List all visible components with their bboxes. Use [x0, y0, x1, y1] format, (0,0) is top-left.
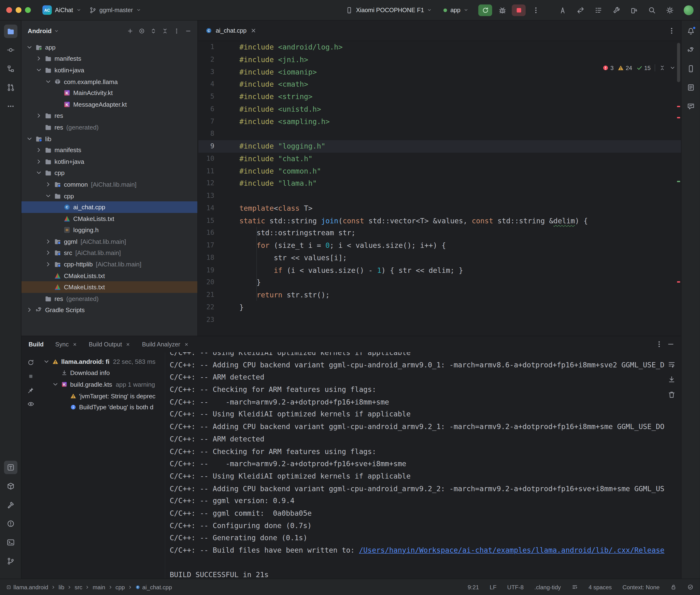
project-tree-item[interactable]: res	[22, 110, 197, 121]
project-tree-item[interactable]: manifests	[22, 144, 197, 156]
stop-button[interactable]	[512, 4, 526, 16]
status-lock[interactable]	[670, 584, 676, 590]
project-tree-item[interactable]: CMakeLists.txt	[22, 281, 197, 293]
line-number[interactable]: 22	[198, 301, 238, 314]
device-stream-button[interactable]	[627, 3, 641, 17]
debug-button[interactable]	[496, 3, 509, 17]
search-button[interactable]	[645, 3, 659, 17]
chevron-right-icon[interactable]	[26, 306, 34, 314]
code-line[interactable]: for (size_t i = 0; i < values.size(); i+…	[240, 239, 675, 252]
typos-indicator[interactable]: 15	[636, 64, 651, 71]
chevron-right-icon[interactable]	[35, 112, 43, 119]
kebab-button[interactable]	[171, 25, 182, 37]
warnings-indicator[interactable]: 24	[618, 64, 632, 71]
chevron-right-icon[interactable]	[35, 146, 43, 153]
code-review-button[interactable]	[574, 3, 587, 17]
minus-button[interactable]	[182, 25, 194, 37]
project-selector[interactable]: AC AiChat	[43, 5, 81, 15]
build-tab-build[interactable]: Build	[29, 341, 44, 348]
code-line[interactable]: #include <cmath>	[240, 78, 675, 91]
build-tab-sync[interactable]: Sync	[55, 341, 77, 348]
fullscreen-window-button[interactable]	[25, 7, 31, 13]
code-line[interactable]: #include <jni.h>	[240, 54, 675, 66]
line-number[interactable]: 14	[198, 202, 238, 215]
chevron-down-icon[interactable]	[26, 135, 34, 142]
code-line[interactable]: #include "chat.h"	[240, 152, 675, 165]
run-button[interactable]	[478, 4, 492, 16]
editor-tab[interactable]: C ai_chat.cpp	[198, 21, 263, 40]
chevron-right-icon[interactable]	[35, 55, 43, 62]
breadcrumb-item[interactable]: Cai_chat.cpp	[135, 584, 172, 591]
code-line[interactable]: std::ostringstream str;	[240, 227, 675, 239]
notifications-button[interactable]	[684, 25, 697, 38]
code-line[interactable]	[240, 314, 675, 326]
line-number[interactable]: 20	[198, 277, 238, 289]
soft-wrap-button[interactable]	[666, 359, 678, 370]
code-line[interactable]: #include "common.h"	[240, 165, 675, 177]
project-tree-item[interactable]: kotlin+java	[22, 64, 197, 76]
terminal-button[interactable]	[4, 536, 17, 549]
close-window-button[interactable]	[6, 7, 12, 13]
line-number[interactable]: 3	[198, 66, 238, 78]
build-button[interactable]	[4, 498, 17, 512]
code-line[interactable]: str << values[i];	[240, 252, 675, 264]
build-tree-item[interactable]: 'jvmTarget: String' is deprec	[42, 390, 165, 401]
inspections-widget[interactable]: 3 24 15	[603, 64, 676, 72]
code-line[interactable]: #include <string>	[240, 91, 675, 103]
line-number[interactable]: 15	[198, 215, 238, 227]
code-line[interactable]: }	[240, 301, 675, 314]
ai-assistant-button[interactable]	[556, 3, 569, 17]
line-number[interactable]: 19	[198, 264, 238, 277]
chevron-down-icon[interactable]	[43, 358, 51, 365]
line-number[interactable]: 9	[198, 140, 238, 152]
project-tree-item[interactable]: cpp	[22, 167, 197, 178]
breadcrumb-item[interactable]: lib	[59, 584, 64, 591]
status-clang-tidy[interactable]: .clang-tidy	[534, 584, 561, 591]
expand-all-button[interactable]	[147, 25, 159, 37]
close-icon[interactable]	[125, 342, 131, 347]
build-tree-item[interactable]: BuildType 'debug' is both d	[42, 401, 165, 413]
refresh-button[interactable]	[25, 357, 37, 368]
project-tree-item[interactable]: res(generated)	[22, 121, 197, 133]
project-tree-item[interactable]: KMainActivity.kt	[22, 87, 197, 98]
editor-options-kebab[interactable]	[665, 24, 678, 37]
build-tree-item[interactable]: Download info	[42, 367, 165, 378]
build-tab-build-output[interactable]: Build Output	[89, 341, 131, 348]
project-tree-item[interactable]: KMessageAdapter.kt	[22, 98, 197, 110]
build-console[interactable]: C/C++: -- Using KleidiAI optimized kerne…	[165, 352, 681, 578]
code-line[interactable]: #include "llama.h"	[240, 177, 675, 190]
build-tools-button[interactable]	[610, 3, 623, 17]
line-number[interactable]: 1	[198, 41, 238, 54]
line-number[interactable]: 23	[198, 314, 238, 326]
status-ai-context[interactable]: Context: None	[623, 584, 660, 591]
chevron-down-icon[interactable]	[26, 44, 34, 51]
code-line[interactable]: #include <unistd.h>	[240, 103, 675, 115]
close-icon[interactable]	[72, 342, 77, 347]
chevron-right-icon[interactable]	[45, 249, 53, 256]
chevron-right-icon[interactable]	[45, 238, 53, 245]
build-tab-build-analyzer[interactable]: Build Analyzer	[142, 341, 189, 348]
line-number[interactable]: 13	[198, 190, 238, 202]
chevron-down-icon[interactable]	[52, 381, 60, 388]
line-number[interactable]: 10	[198, 152, 238, 165]
pin-button[interactable]	[25, 384, 37, 396]
project-tree-item[interactable]: CMakeLists.txt	[22, 270, 197, 281]
project-tree-item[interactable]: Cai_chat.cpp	[22, 201, 197, 213]
editor-scrollbar[interactable]	[677, 43, 680, 82]
line-number[interactable]: 8	[198, 128, 238, 140]
device-selector[interactable]: Xiaomi POCOPHONE F1	[346, 6, 432, 13]
more-button[interactable]	[4, 100, 17, 113]
stripe-mark[interactable]	[677, 181, 680, 182]
problems-button[interactable]	[4, 517, 17, 530]
minus-button[interactable]	[665, 338, 677, 350]
code-area[interactable]: 1234567891011121314151617181920212223 #i…	[198, 41, 681, 336]
status-line-separator[interactable]: LF	[490, 584, 496, 591]
line-number[interactable]: 7	[198, 115, 238, 128]
project-tree-item[interactable]: CMakeLists.txt	[22, 213, 197, 224]
logcat-button[interactable]	[684, 81, 697, 94]
line-number[interactable]: 16	[198, 227, 238, 239]
breadcrumb-item[interactable]: llama.android	[6, 584, 48, 591]
chevron-right-icon[interactable]	[45, 181, 53, 188]
project-tree-item[interactable]: com.example.llama	[22, 76, 197, 87]
line-number[interactable]: 21	[198, 289, 238, 301]
